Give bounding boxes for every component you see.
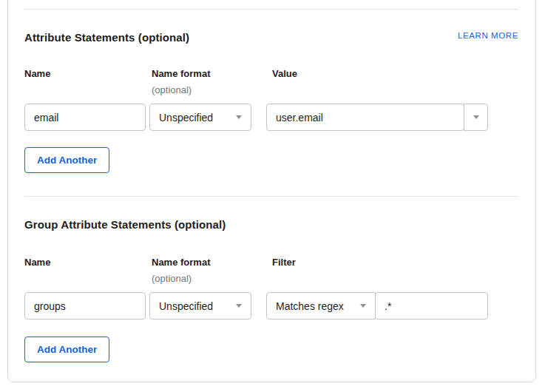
group-attribute-name-format-value: Unspecified (159, 300, 236, 312)
group-attribute-name-format-select[interactable]: Unspecified (149, 292, 251, 320)
attribute-value-input[interactable] (266, 104, 464, 131)
attribute-name-format-value: Unspecified (159, 112, 236, 124)
col-header-group-name-format-hint: (optional) (152, 273, 192, 284)
group-attribute-statements-title: Group Attribute Statements (optional) (24, 218, 226, 231)
group-attribute-name-input[interactable] (24, 292, 146, 320)
caret-down-icon (236, 304, 242, 308)
saml-settings-page: Attribute Statements (optional) LEARN MO… (0, 0, 545, 392)
caret-down-icon (236, 115, 242, 119)
caret-down-icon (360, 304, 366, 308)
group-filter-value-input[interactable] (375, 292, 488, 320)
caret-down-icon (473, 115, 479, 119)
section-divider-top (24, 9, 518, 10)
attribute-name-format-select[interactable]: Unspecified (149, 104, 251, 131)
attribute-value-dropdown-button[interactable] (464, 104, 488, 131)
col-header-name-format-hint: (optional) (152, 84, 192, 95)
col-header-filter: Filter (272, 257, 296, 268)
col-header-group-name-format: Name format (152, 257, 210, 268)
learn-more-link[interactable]: LEARN MORE (458, 31, 518, 40)
section-divider-middle (24, 196, 518, 197)
col-header-group-name: Name (24, 257, 50, 268)
group-filter-type-value: Matches regex (276, 300, 360, 312)
group-filter-type-select[interactable]: Matches regex (266, 292, 376, 320)
add-another-group-attribute-button[interactable]: Add Another (24, 337, 109, 362)
attribute-statements-title: Attribute Statements (optional) (24, 31, 189, 44)
col-header-value: Value (272, 68, 297, 79)
col-header-name: Name (24, 68, 50, 79)
add-another-attribute-button[interactable]: Add Another (24, 147, 109, 173)
settings-card (7, 0, 536, 382)
attribute-name-input[interactable] (24, 104, 146, 131)
col-header-name-format: Name format (152, 68, 210, 79)
